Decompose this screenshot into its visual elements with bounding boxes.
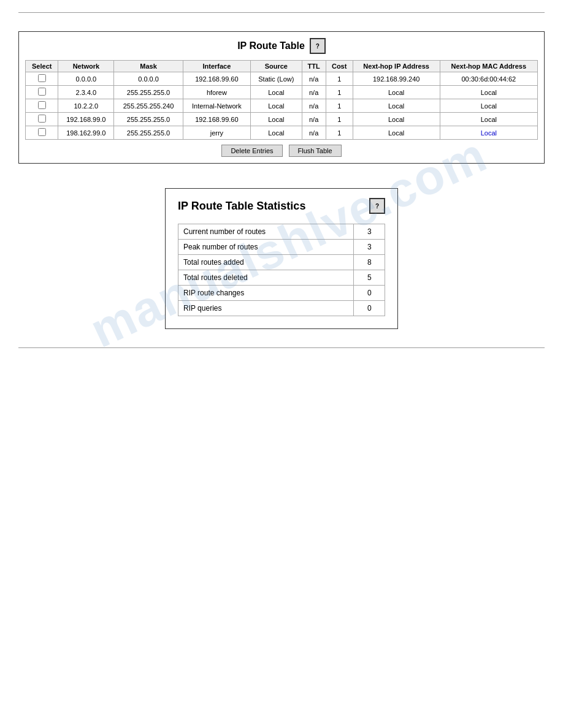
col-select: Select — [26, 61, 58, 72]
stats-table: Current number of routes3Peak number of … — [178, 224, 385, 316]
col-ttl: TTL — [302, 61, 326, 72]
row-cost: 1 — [326, 86, 353, 99]
select-checkbox[interactable] — [38, 128, 46, 136]
row-nextHopMAC: Local — [440, 113, 537, 126]
row-source: Local — [251, 126, 302, 140]
stats-label: Peak number of routes — [178, 240, 354, 255]
route-table: Select Network Mask Interface Source TTL… — [25, 60, 538, 140]
bottom-divider — [18, 347, 545, 348]
route-table-help-icon[interactable]: ? — [310, 38, 326, 54]
route-table-title: IP Route Table — [237, 40, 305, 51]
route-table-panel: IP Route Table ? Select Network Mask Int… — [18, 31, 545, 164]
stats-row: RIP queries0 — [178, 301, 385, 316]
row-cost: 1 — [326, 126, 353, 140]
stats-label: Total routes deleted — [178, 270, 354, 286]
row-source: Local — [251, 113, 302, 126]
delete-entries-button[interactable]: Delete Entries — [221, 145, 282, 157]
row-interface: jerry — [183, 126, 250, 140]
row-source: Local — [251, 86, 302, 99]
select-checkbox[interactable] — [38, 74, 46, 82]
col-nexthop-mac: Next-hop MAC Address — [440, 61, 537, 72]
stats-label: RIP queries — [178, 301, 354, 316]
row-ttl: n/a — [302, 72, 326, 86]
stats-row: Total routes deleted5 — [178, 270, 385, 286]
row-nextHopIP: Local — [353, 113, 440, 126]
stats-title-row: IP Route Table Statistics ? — [178, 198, 385, 214]
stats-row: Total routes added8 — [178, 255, 385, 270]
stats-label: RIP route changes — [178, 286, 354, 301]
row-network: 2.3.4.0 — [58, 86, 114, 99]
stats-panel: IP Route Table Statistics ? Current numb… — [165, 188, 398, 329]
row-network: 198.162.99.0 — [58, 126, 114, 140]
route-table-row: 10.2.2.0255.255.255.240Internal-NetworkL… — [26, 99, 538, 113]
route-table-row: 2.3.4.0255.255.255.0hforewLocaln/a1Local… — [26, 86, 538, 99]
row-network: 0.0.0.0 — [58, 72, 114, 86]
row-interface: hforew — [183, 86, 250, 99]
row-select-checkbox — [26, 72, 58, 86]
route-table-title-row: IP Route Table ? — [25, 38, 538, 54]
stats-label: Total routes added — [178, 255, 354, 270]
row-source: Static (Low) — [251, 72, 302, 86]
row-nextHopIP: Local — [353, 126, 440, 140]
col-cost: Cost — [326, 61, 353, 72]
top-divider — [18, 12, 545, 13]
row-select-checkbox — [26, 99, 58, 113]
row-ttl: n/a — [302, 99, 326, 113]
row-select-checkbox — [26, 86, 58, 99]
col-mask: Mask — [114, 61, 183, 72]
stats-value: 3 — [354, 240, 385, 255]
stats-value: 0 — [354, 301, 385, 316]
route-table-btn-row: Delete Entries Flush Table — [25, 145, 538, 157]
flush-table-button[interactable]: Flush Table — [289, 145, 342, 157]
stats-value: 5 — [354, 270, 385, 286]
row-select-checkbox — [26, 126, 58, 140]
col-network: Network — [58, 61, 114, 72]
select-checkbox[interactable] — [38, 101, 46, 109]
row-nextHopIP: Local — [353, 99, 440, 113]
row-network: 192.168.99.0 — [58, 113, 114, 126]
row-ttl: n/a — [302, 86, 326, 99]
row-mask: 0.0.0.0 — [114, 72, 183, 86]
row-interface: 192.168.99.60 — [183, 113, 250, 126]
row-nextHopMAC: Local — [440, 86, 537, 99]
stats-title: IP Route Table Statistics — [178, 200, 305, 213]
row-mask: 255.255.255.0 — [114, 86, 183, 99]
row-nextHopIP: Local — [353, 86, 440, 99]
row-cost: 1 — [326, 72, 353, 86]
stats-row: Peak number of routes3 — [178, 240, 385, 255]
row-ttl: n/a — [302, 113, 326, 126]
col-nexthop-ip: Next-hop IP Address — [353, 61, 440, 72]
col-source: Source — [251, 61, 302, 72]
stats-label: Current number of routes — [178, 224, 354, 240]
row-network: 10.2.2.0 — [58, 99, 114, 113]
stats-value: 3 — [354, 224, 385, 240]
stats-value: 0 — [354, 286, 385, 301]
row-cost: 1 — [326, 99, 353, 113]
row-nextHopMAC: Local — [440, 99, 537, 113]
row-cost: 1 — [326, 113, 353, 126]
row-ttl: n/a — [302, 126, 326, 140]
row-nextHopIP: 192.168.99.240 — [353, 72, 440, 86]
col-interface: Interface — [183, 61, 250, 72]
route-table-row: 192.168.99.0255.255.255.0192.168.99.60Lo… — [26, 113, 538, 126]
stats-help-icon[interactable]: ? — [369, 198, 385, 214]
row-nextHopMAC: Local — [440, 126, 537, 140]
row-interface: Internal-Network — [183, 99, 250, 113]
row-select-checkbox — [26, 113, 58, 126]
route-table-row: 0.0.0.00.0.0.0192.168.99.60Static (Low)n… — [26, 72, 538, 86]
row-mask: 255.255.255.240 — [114, 99, 183, 113]
stats-row: RIP route changes0 — [178, 286, 385, 301]
row-mask: 255.255.255.0 — [114, 126, 183, 140]
route-table-row: 198.162.99.0255.255.255.0jerryLocaln/a1L… — [26, 126, 538, 140]
select-checkbox[interactable] — [38, 88, 46, 96]
row-source: Local — [251, 99, 302, 113]
row-interface: 192.168.99.60 — [183, 72, 250, 86]
row-mask: 255.255.255.0 — [114, 113, 183, 126]
stats-row: Current number of routes3 — [178, 224, 385, 240]
stats-value: 8 — [354, 255, 385, 270]
select-checkbox[interactable] — [38, 115, 46, 123]
row-nextHopMAC: 00:30:6d:00:44:62 — [440, 72, 537, 86]
